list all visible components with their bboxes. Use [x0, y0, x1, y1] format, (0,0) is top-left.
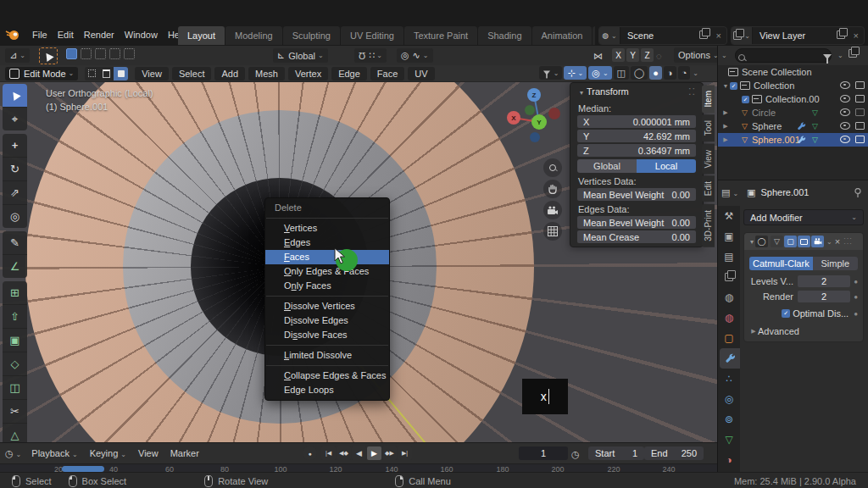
mode-selector[interactable]: Edit Mode⌄ [5, 67, 78, 80]
view-layer-browse-button[interactable]: ⌄ [732, 27, 753, 44]
modifier-delete-button[interactable]: × [835, 236, 840, 247]
menu-item-limited-dissolve[interactable]: Limited Dissolve [265, 348, 389, 363]
ortho-toggle-button[interactable] [543, 222, 562, 241]
tool-extrude[interactable]: ⇧ [3, 305, 27, 329]
shading-dropdown[interactable]: ⌄ [693, 69, 698, 77]
menu-edit[interactable]: Edit [53, 26, 79, 43]
disable-icon[interactable] [855, 135, 865, 145]
tab-world-properties[interactable]: ◍ [718, 308, 740, 328]
menu-file[interactable]: File [27, 26, 53, 43]
current-frame-field[interactable]: 1 [519, 446, 568, 460]
tool-scale[interactable]: ⇗ [3, 181, 27, 205]
display-render-toggle[interactable] [811, 236, 824, 247]
frame-start-field[interactable]: Start1 [588, 446, 644, 460]
tab-3d-print[interactable]: 3D-Print [702, 204, 715, 247]
hide-icon[interactable] [840, 94, 850, 104]
tab-constraint-properties[interactable]: ⊚ [718, 409, 740, 430]
expand-icon[interactable]: ▶ [721, 136, 730, 143]
menu-item-only-faces[interactable]: Only Faces [265, 279, 389, 293]
timeline-scrollbar[interactable] [62, 466, 104, 472]
select-extend-button[interactable] [81, 48, 92, 59]
menu-item-dissolve-edges[interactable]: Dissolve Edges [265, 313, 389, 328]
tab-sculpting[interactable]: Sculpting [283, 26, 340, 45]
keying-menu[interactable]: Keying⌄ [90, 448, 126, 458]
options-button[interactable]: Options⌄ [674, 47, 723, 63]
local-button[interactable]: Local [637, 159, 696, 173]
tab-material-properties[interactable]: ◑ [718, 450, 740, 470]
tool-loop-cut[interactable]: ◫ [3, 376, 27, 400]
collection-checkbox[interactable]: ✓ [730, 82, 737, 90]
frame-end-field[interactable]: End250 [644, 446, 704, 460]
axis-gizmo[interactable]: Z X Y [507, 85, 568, 151]
shading-rendered-button[interactable]: ◔ [678, 66, 691, 80]
menu-render[interactable]: Render [79, 26, 120, 43]
filter-dropdown[interactable]: ⌄ [837, 52, 843, 59]
menu-item-edge-loops[interactable]: Edge Loops [265, 383, 389, 397]
vertex-select-button[interactable] [85, 67, 99, 80]
tab-tool-properties[interactable]: ⚒ [718, 206, 740, 226]
tab-animation[interactable]: Animation [532, 26, 593, 45]
select-intersect-button[interactable] [124, 48, 135, 59]
tab-physics-properties[interactable]: ◎ [718, 389, 740, 409]
view-menu[interactable]: View [138, 448, 159, 458]
outliner-row-scene-collection[interactable]: Scene Collection [718, 65, 868, 79]
display-realtime-toggle[interactable] [798, 236, 810, 247]
tab-shading[interactable]: Shading [478, 26, 531, 45]
jump-to-end-button[interactable]: ▶| [398, 446, 412, 460]
new-collection-button[interactable] [849, 49, 857, 59]
levels-viewport-field[interactable]: 2 [798, 275, 850, 287]
tab-modeling[interactable]: Modeling [225, 26, 282, 45]
select-menu[interactable]: Select [172, 67, 212, 80]
view-menu[interactable]: View [135, 67, 169, 80]
expand-icon[interactable]: ▶ [721, 109, 730, 116]
tab-object-properties[interactable]: ▢ [718, 328, 740, 348]
menu-item-dissolve-vertices[interactable]: Dissolve Vertices [265, 299, 389, 313]
pin-icon[interactable] [854, 188, 862, 197]
median-z-field[interactable]: Z0.36497 mm [577, 144, 696, 157]
tool-knife[interactable]: ✂ [3, 400, 27, 424]
active-tool-button[interactable] [39, 47, 58, 64]
levels-render-field[interactable]: 2 [798, 291, 850, 302]
shading-material-button[interactable]: ◑ [664, 66, 676, 80]
uv-menu[interactable]: UV [408, 67, 434, 80]
collection-checkbox[interactable]: ✓ [742, 96, 749, 103]
tab-scene-properties[interactable]: ◍ [718, 287, 740, 308]
tool-bevel[interactable]: ◇ [3, 352, 27, 376]
mean-bevel-weight-edge-field[interactable]: Mean Bevel Weight0.00 [577, 216, 696, 229]
menu-window[interactable]: Window [120, 26, 163, 43]
hide-icon[interactable] [840, 108, 850, 118]
menu-item-dissolve-faces[interactable]: Dissolve Faces [265, 328, 389, 342]
menu-item-collapse-edges-faces[interactable]: Collapse Edges & Faces [265, 369, 389, 383]
collapse-icon[interactable]: ▾ [750, 238, 754, 246]
display-editmode-toggle[interactable]: ▢ [784, 236, 797, 247]
tab-output-properties[interactable]: ▤ [718, 247, 740, 267]
mirror-z-button[interactable]: Z [641, 48, 654, 62]
vertex-menu[interactable]: Vertex [288, 67, 328, 80]
animate-dot[interactable]: ● [854, 293, 858, 301]
expand-icon[interactable]: ▼ [721, 83, 730, 89]
viewport-3d[interactable]: Edit Mode⌄ View Select Add Mesh Vertex E… [0, 65, 717, 442]
mesh-menu[interactable]: Mesh [248, 67, 285, 80]
advanced-section[interactable]: ▶ Advanced [749, 326, 858, 336]
hide-icon[interactable] [840, 121, 850, 131]
tool-cursor[interactable]: ⌖ [3, 108, 27, 130]
filter-icon[interactable] [823, 51, 832, 61]
tab-view[interactable]: View [702, 144, 715, 175]
playback-menu[interactable]: Playback⌄ [31, 448, 77, 458]
tool-select-box[interactable] [3, 84, 27, 108]
catmull-clark-button[interactable]: Catmull-Clark [749, 257, 813, 270]
camera-view-button[interactable] [543, 201, 562, 219]
drag-handle-icon[interactable]: ⁚⁚ [688, 86, 696, 97]
next-keyframe-button[interactable]: ◆▶ [382, 446, 397, 460]
tab-uv-editing[interactable]: UV Editing [341, 26, 403, 45]
select-new-button[interactable] [66, 48, 77, 59]
animate-dot[interactable]: ● [854, 310, 858, 318]
hide-icon[interactable] [840, 80, 850, 91]
record-button[interactable]: ● [303, 446, 317, 460]
properties-editor-type-button[interactable]: ▤⌄ [721, 187, 738, 198]
face-select-button[interactable] [114, 67, 128, 80]
modifier-drag-handle[interactable]: ⁚⁚⁚ [843, 238, 853, 246]
tool-add-cube[interactable]: ⊞ [3, 281, 27, 305]
view-layer-new-button[interactable] [833, 30, 849, 41]
hide-icon[interactable] [840, 135, 850, 145]
